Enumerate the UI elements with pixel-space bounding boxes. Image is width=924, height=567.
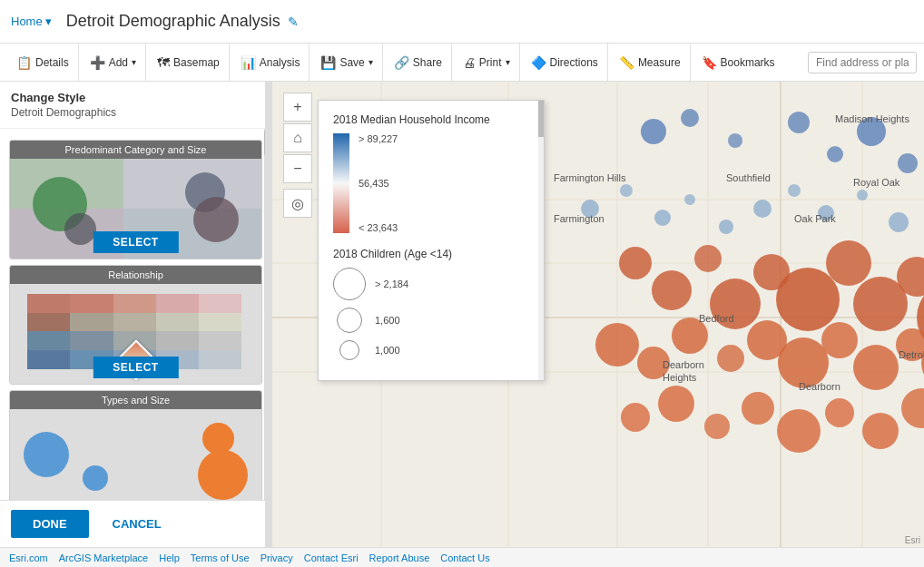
privacy-link[interactable]: Privacy xyxy=(260,552,293,563)
details-button[interactable]: 📋 Details xyxy=(7,44,79,81)
directions-icon: 🔷 xyxy=(531,55,546,70)
basemap-button[interactable]: 🗺 Basemap xyxy=(148,44,230,81)
zoom-out-button[interactable]: − xyxy=(283,154,312,183)
save-button[interactable]: 💾 Save xyxy=(311,44,382,81)
svg-point-50 xyxy=(853,345,899,390)
svg-point-59 xyxy=(777,409,821,453)
panel-header: Change Style Detroit Demographics xyxy=(0,82,271,129)
legend-circle-row-1: > 2,184 xyxy=(333,268,529,300)
svg-point-32 xyxy=(581,200,599,218)
done-button[interactable]: DONE xyxy=(11,510,89,538)
svg-point-46 xyxy=(717,345,744,372)
svg-point-41 xyxy=(889,212,909,232)
style-card-header-predominant: Predominant Category and Size xyxy=(10,141,261,159)
locate-button[interactable]: ◎ xyxy=(283,189,312,218)
terms-link[interactable]: Terms of Use xyxy=(191,552,250,563)
svg-point-58 xyxy=(742,392,774,425)
svg-point-43 xyxy=(595,323,639,367)
esri-map-credit: Esri xyxy=(905,535,920,545)
legend-labels: > 89,227 56,435 < 23,643 xyxy=(359,133,398,233)
print-icon: 🖨 xyxy=(463,55,476,70)
legend-income-low: < 23,643 xyxy=(359,222,398,233)
contact-us-link[interactable]: Contact Us xyxy=(440,552,489,563)
style-options[interactable]: Predominant Category and Size xyxy=(0,129,271,500)
analysis-icon: 📊 xyxy=(241,55,256,70)
select-button-predominant[interactable]: SELECT xyxy=(93,231,178,253)
legend-circle-large xyxy=(333,268,366,300)
svg-point-57 xyxy=(704,414,730,439)
svg-point-17 xyxy=(898,153,918,173)
legend-color-bar xyxy=(333,133,349,233)
svg-point-11 xyxy=(641,119,666,144)
svg-point-12 xyxy=(681,109,699,127)
resize-handle[interactable] xyxy=(265,82,272,547)
esri-link[interactable]: Esri.com xyxy=(9,552,48,563)
legend-income-mid: 56,435 xyxy=(359,178,398,189)
svg-point-35 xyxy=(684,194,695,205)
style-card-header-relationship: Relationship xyxy=(10,266,261,284)
svg-point-40 xyxy=(857,190,868,200)
print-button[interactable]: 🖨 Print xyxy=(454,44,520,81)
legend-scroll[interactable]: 2018 Median Household Income > 89,227 56… xyxy=(319,101,544,380)
directions-button[interactable]: 🔷 Directions xyxy=(522,44,608,81)
measure-icon: 📏 xyxy=(619,55,634,70)
basemap-icon: 🗺 xyxy=(157,55,170,70)
legend-circle-medium xyxy=(337,308,362,333)
panel-footer: DONE CANCEL xyxy=(0,500,271,547)
legend-circle-row-3: 1,000 xyxy=(333,340,529,360)
home-button[interactable]: ⌂ xyxy=(283,123,312,152)
svg-point-25 xyxy=(776,268,840,331)
svg-point-61 xyxy=(862,413,899,449)
analysis-button[interactable]: 📊 Analysis xyxy=(231,44,310,81)
style-card-relationship[interactable]: Relationship xyxy=(9,265,262,385)
left-panel: Change Style Detroit Demographics Predom… xyxy=(0,82,272,547)
save-icon: 💾 xyxy=(320,55,336,70)
arcgis-marketplace-link[interactable]: ArcGIS Marketplace xyxy=(59,552,148,563)
title-bar: Home ▾ Detroit Demographic Analysis ✎ xyxy=(0,0,924,44)
svg-point-44 xyxy=(637,347,670,379)
layer-name: Detroit Demographics xyxy=(11,106,260,119)
svg-point-37 xyxy=(753,200,772,218)
style-card-predominant[interactable]: Predominant Category and Size xyxy=(9,140,262,259)
select-button-relationship[interactable]: SELECT xyxy=(93,357,178,378)
svg-point-60 xyxy=(825,398,854,427)
svg-point-22 xyxy=(694,245,722,272)
legend-scroll-thumb xyxy=(538,101,544,137)
svg-point-26 xyxy=(826,240,871,286)
home-link[interactable]: Home ▾ xyxy=(11,15,52,28)
svg-point-21 xyxy=(652,270,692,310)
zoom-in-button[interactable]: + xyxy=(283,93,312,122)
contact-esri-link[interactable]: Contact Esri xyxy=(304,552,359,563)
add-button[interactable]: ➕ Add xyxy=(81,44,146,81)
svg-point-55 xyxy=(621,403,650,432)
legend-circle-label-2: 1,600 xyxy=(375,315,400,326)
style-card-body-types xyxy=(10,409,261,500)
share-button[interactable]: 🔗 Share xyxy=(385,44,452,81)
report-abuse-link[interactable]: Report Abuse xyxy=(369,552,430,563)
svg-point-23 xyxy=(710,279,761,329)
svg-point-39 xyxy=(818,205,834,221)
legend-scroll-handle[interactable] xyxy=(538,101,544,380)
status-bar: Esri.com ArcGIS Marketplace Help Terms o… xyxy=(0,547,924,567)
bookmarks-button[interactable]: 🔖 Bookmarks xyxy=(693,44,784,81)
cancel-button[interactable]: CANCEL xyxy=(98,510,176,538)
style-card-header-types: Types and Size xyxy=(10,391,261,409)
edit-icon[interactable]: ✎ xyxy=(288,15,299,29)
svg-point-15 xyxy=(827,146,843,162)
measure-button[interactable]: 📏 Measure xyxy=(610,44,691,81)
add-icon: ➕ xyxy=(90,55,105,70)
legend-circle-label-1: > 2,184 xyxy=(375,279,408,289)
toolbar: 📋 Details ➕ Add 🗺 Basemap 📊 Analysis 💾 S… xyxy=(0,44,924,82)
help-link[interactable]: Help xyxy=(159,552,180,563)
svg-point-49 xyxy=(821,322,858,358)
style-card-types[interactable]: Types and Size xyxy=(9,390,262,500)
svg-point-56 xyxy=(658,386,694,422)
map-area[interactable]: Madison Heights Warren Farmington Hills … xyxy=(272,82,924,547)
style-card-body-predominant: SELECT xyxy=(10,159,261,259)
svg-point-48 xyxy=(778,337,829,388)
svg-point-38 xyxy=(788,184,801,197)
style-card-body-relationship: SELECT xyxy=(10,284,261,384)
search-input[interactable] xyxy=(808,52,917,73)
legend-circle-label-3: 1,000 xyxy=(375,345,400,356)
legend-circles-section: 2018 Children (Age <14) > 2,184 1,600 xyxy=(333,248,529,360)
